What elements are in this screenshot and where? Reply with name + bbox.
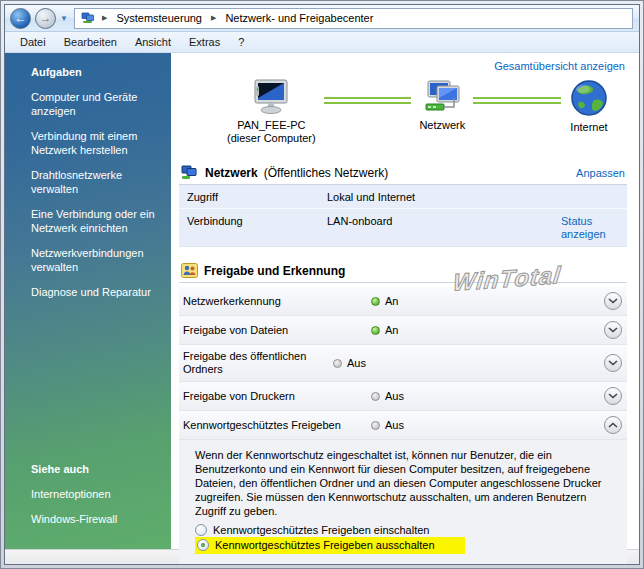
customize-link[interactable]: Anpassen: [576, 167, 625, 179]
sidebar-item-diagnose[interactable]: Diagnose und Reparatur: [31, 285, 161, 299]
chevron-down-button[interactable]: [604, 354, 622, 372]
radio-row-ausschalten[interactable]: Kennwortgeschütztes Freigeben ausschalte…: [195, 537, 613, 554]
status-off-dot: [333, 359, 342, 368]
status-text: An: [385, 295, 398, 307]
globe-icon: [569, 78, 609, 118]
status-text: Aus: [347, 357, 366, 369]
connection-row: Verbindung LAN-onboard Status anzeigen: [179, 208, 627, 246]
sharing-section: Freigabe und Erkennung WinTotal Netzwerk…: [179, 261, 627, 565]
computer-icon: [249, 78, 293, 116]
chevron-down-button[interactable]: [604, 321, 622, 339]
network-icon: [420, 78, 464, 116]
status-text: Aus: [385, 419, 404, 431]
map-node-label: Internet: [570, 121, 607, 134]
map-connector-line: [473, 97, 561, 104]
breadcrumb-systemsteuerung[interactable]: Systemsteuerung: [114, 11, 204, 25]
row-value: Lokal und Internet: [327, 191, 561, 203]
access-row: Zugriff Lokal und Internet: [179, 185, 627, 208]
sidebar-item-netzwerkverbindungen[interactable]: Netzwerkverbindungen verwalten: [31, 246, 161, 274]
row-value: LAN-onboard: [327, 215, 561, 227]
radio-row-einschalten[interactable]: Kennwortgeschütztes Freigeben einschalte…: [195, 523, 613, 537]
row-public-folder-sharing: Freigabe des öffentlichen Ordners Aus: [179, 345, 627, 382]
network-section: Netzwerk (Öffentliches Netzwerk) Anpasse…: [179, 163, 627, 247]
sidebar-item-windows-firewall[interactable]: Windows-Firewall: [31, 512, 161, 526]
map-node-label: PAN_FEE-PC: [237, 119, 305, 132]
chevron-down-button[interactable]: [604, 387, 622, 405]
row-label: Verbindung: [187, 215, 327, 227]
row-label: Zugriff: [187, 191, 327, 203]
menu-bearbeiten[interactable]: Bearbeiten: [55, 34, 126, 50]
sidebar-item-verbindung-herstellen[interactable]: Verbindung mit einem Netzwerk herstellen: [31, 129, 161, 157]
row-label: Freigabe von Druckern: [183, 390, 371, 403]
password-sharing-panel: Wenn der Kennwortschutz eingeschaltet is…: [179, 440, 627, 565]
sharing-section-icon: [181, 263, 198, 278]
sidebar-item-computer-geraete[interactable]: Computer und Geräte anzeigen: [31, 90, 161, 118]
tasks-sidebar: Aufgaben Computer und Geräte anzeigen Ve…: [5, 53, 171, 549]
chevron-down-button[interactable]: [604, 292, 622, 310]
row-printer-sharing: Freigabe von Druckern Aus: [179, 382, 627, 411]
row-password-protected-sharing: Kennwortgeschütztes Freigeben Aus: [179, 411, 627, 440]
sidebar-spacer: [31, 310, 161, 462]
map-node-internet[interactable]: Internet: [569, 78, 609, 134]
menu-hilfe[interactable]: ?: [229, 34, 253, 50]
network-section-title: Netzwerk: [205, 166, 258, 180]
map-node-label: Netzwerk: [419, 119, 465, 132]
row-label: Kennwortgeschütztes Freigeben: [183, 419, 371, 432]
window-body: Aufgaben Computer und Geräte anzeigen Ve…: [5, 53, 639, 549]
menu-datei[interactable]: Datei: [11, 34, 55, 50]
map-connector-line: [324, 97, 412, 104]
sharing-section-title: Freigabe und Erkennung: [204, 264, 345, 278]
status-off-dot: [371, 421, 380, 430]
row-label: Freigabe des öffentlichen Ordners: [183, 350, 333, 376]
radio-button-unchecked[interactable]: [195, 524, 207, 536]
forward-button[interactable]: →: [35, 8, 56, 29]
main-content: Gesamtübersicht anzeigen: [171, 53, 639, 549]
sharing-rows: Netzwerkerkennung An Freigabe von Dateie…: [179, 287, 627, 565]
sidebar-see-also-header: Siehe auch: [31, 462, 161, 476]
menu-bar: Datei Bearbeiten Ansicht Extras ?: [5, 32, 639, 53]
row-file-sharing: Freigabe von Dateien An: [179, 316, 627, 345]
status-on-dot: [371, 326, 380, 335]
status-off-dot: [371, 392, 380, 401]
address-bar[interactable]: ▶ Systemsteuerung ▶ Netzwerk- und Freiga…: [74, 8, 633, 29]
row-label: Netzwerkerkennung: [183, 295, 371, 308]
row-network-discovery: Netzwerkerkennung An: [179, 287, 627, 316]
address-toolbar: ← → ▼ ▶ Systemsteuerung ▶ Netzwerk- und …: [5, 5, 639, 32]
status-text: An: [385, 324, 398, 336]
status-on-dot: [371, 297, 380, 306]
address-location-icon: [81, 12, 95, 24]
recent-pages-dropdown-icon[interactable]: ▼: [60, 14, 70, 23]
password-sharing-description: Wenn der Kennwortschutz eingeschaltet is…: [195, 448, 613, 518]
network-section-icon: [181, 165, 199, 180]
sidebar-item-drahtlosnetzwerke[interactable]: Drahtlosnetzwerke verwalten: [31, 168, 161, 196]
row-label: Freigabe von Dateien: [183, 324, 371, 337]
breadcrumb-arrow-icon: ▶: [99, 14, 110, 22]
apply-button[interactable]: Übernehmen: [504, 564, 607, 565]
map-node-sublabel: (dieser Computer): [227, 132, 316, 145]
network-section-subtitle: (Öffentliches Netzwerk): [264, 166, 388, 180]
sidebar-tasks-header: Aufgaben: [31, 65, 161, 79]
status-text: Aus: [385, 390, 404, 402]
view-status-link[interactable]: Status anzeigen: [561, 215, 619, 241]
menu-ansicht[interactable]: Ansicht: [126, 34, 180, 50]
menu-extras[interactable]: Extras: [180, 34, 229, 50]
back-button[interactable]: ←: [10, 8, 31, 29]
chevron-up-button[interactable]: [604, 416, 622, 434]
radio-button-checked[interactable]: [197, 539, 209, 551]
highlighted-option[interactable]: Kennwortgeschütztes Freigeben ausschalte…: [195, 537, 465, 554]
breadcrumb-netzwerkcenter[interactable]: Netzwerk- und Freigabecenter: [223, 11, 375, 25]
network-sharing-center-window: ← → ▼ ▶ Systemsteuerung ▶ Netzwerk- und …: [0, 0, 644, 569]
window-inner: ← → ▼ ▶ Systemsteuerung ▶ Netzwerk- und …: [4, 4, 640, 565]
sidebar-item-internetoptionen[interactable]: Internetoptionen: [31, 487, 161, 501]
full-map-link[interactable]: Gesamtübersicht anzeigen: [494, 60, 625, 72]
radio-label[interactable]: Kennwortgeschütztes Freigeben ausschalte…: [215, 539, 435, 551]
network-map: PAN_FEE-PC (dieser Computer): [179, 72, 627, 155]
map-node-this-computer[interactable]: PAN_FEE-PC (dieser Computer): [227, 78, 316, 145]
radio-label[interactable]: Kennwortgeschütztes Freigeben einschalte…: [213, 524, 429, 536]
breadcrumb-arrow-icon: ▶: [208, 14, 219, 22]
map-node-network[interactable]: Netzwerk: [419, 78, 465, 132]
sidebar-item-verbindung-einrichten[interactable]: Eine Verbindung oder ein Netzwerk einric…: [31, 207, 161, 235]
network-info-rows: Zugriff Lokal und Internet Verbindung LA…: [179, 185, 627, 247]
